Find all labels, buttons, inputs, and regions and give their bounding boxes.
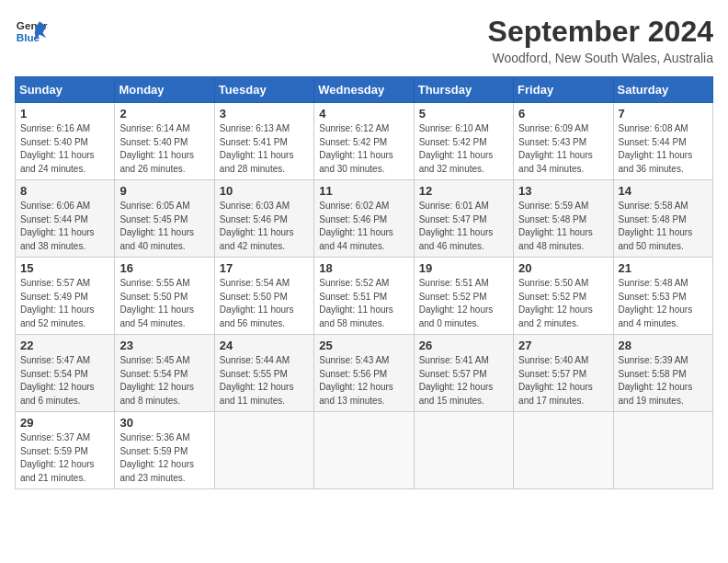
title-area: September 2024 Woodford, New South Wales… bbox=[488, 15, 713, 65]
table-row: 20 Sunrise: 5:50 AM Sunset: 5:52 PM Dayl… bbox=[514, 258, 613, 335]
table-row: 21 Sunrise: 5:48 AM Sunset: 5:53 PM Dayl… bbox=[613, 258, 712, 335]
table-row: 19 Sunrise: 5:51 AM Sunset: 5:52 PM Dayl… bbox=[414, 258, 513, 335]
col-monday: Monday bbox=[115, 77, 214, 103]
empty-cell bbox=[514, 412, 613, 489]
table-row: 25 Sunrise: 5:43 AM Sunset: 5:56 PM Dayl… bbox=[314, 335, 414, 412]
table-row: 2 Sunrise: 6:14 AM Sunset: 5:40 PM Dayli… bbox=[115, 103, 214, 180]
calendar-week: 8 Sunrise: 6:06 AM Sunset: 5:44 PM Dayli… bbox=[16, 180, 713, 258]
table-row: 5 Sunrise: 6:10 AM Sunset: 5:42 PM Dayli… bbox=[414, 103, 513, 180]
table-row: 7 Sunrise: 6:08 AM Sunset: 5:44 PM Dayli… bbox=[613, 103, 712, 180]
col-wednesday: Wednesday bbox=[314, 77, 414, 103]
col-friday: Friday bbox=[514, 77, 613, 103]
empty-cell bbox=[314, 412, 414, 489]
table-row: 6 Sunrise: 6:09 AM Sunset: 5:43 PM Dayli… bbox=[514, 103, 613, 180]
calendar-week: 1 Sunrise: 6:16 AM Sunset: 5:40 PM Dayli… bbox=[16, 103, 713, 180]
empty-cell bbox=[214, 412, 313, 489]
calendar-week: 22 Sunrise: 5:47 AM Sunset: 5:54 PM Dayl… bbox=[16, 335, 713, 412]
header-row: Sunday Monday Tuesday Wednesday Thursday… bbox=[16, 77, 713, 103]
empty-cell bbox=[613, 412, 712, 489]
table-row: 17 Sunrise: 5:54 AM Sunset: 5:50 PM Dayl… bbox=[214, 258, 313, 335]
table-row: 28 Sunrise: 5:39 AM Sunset: 5:58 PM Dayl… bbox=[613, 335, 712, 412]
table-row: 3 Sunrise: 6:13 AM Sunset: 5:41 PM Dayli… bbox=[214, 103, 313, 180]
table-row: 14 Sunrise: 5:58 AM Sunset: 5:48 PM Dayl… bbox=[613, 180, 712, 258]
table-row: 12 Sunrise: 6:01 AM Sunset: 5:47 PM Dayl… bbox=[414, 180, 513, 258]
table-row: 16 Sunrise: 5:55 AM Sunset: 5:50 PM Dayl… bbox=[115, 258, 214, 335]
table-row: 9 Sunrise: 6:05 AM Sunset: 5:45 PM Dayli… bbox=[115, 180, 214, 258]
table-row: 1 Sunrise: 6:16 AM Sunset: 5:40 PM Dayli… bbox=[16, 103, 115, 180]
logo-icon: General Blue bbox=[15, 15, 48, 48]
col-saturday: Saturday bbox=[613, 77, 712, 103]
col-sunday: Sunday bbox=[16, 77, 115, 103]
page-header: General Blue September 2024 Woodford, Ne… bbox=[15, 15, 713, 65]
table-row: 4 Sunrise: 6:12 AM Sunset: 5:42 PM Dayli… bbox=[314, 103, 414, 180]
table-row: 10 Sunrise: 6:03 AM Sunset: 5:46 PM Dayl… bbox=[214, 180, 313, 258]
empty-cell bbox=[414, 412, 513, 489]
logo: General Blue bbox=[15, 15, 48, 48]
calendar-title: September 2024 bbox=[488, 15, 713, 49]
table-row: 8 Sunrise: 6:06 AM Sunset: 5:44 PM Dayli… bbox=[16, 180, 115, 258]
calendar-week: 29 Sunrise: 5:37 AM Sunset: 5:59 PM Dayl… bbox=[16, 412, 713, 489]
calendar-week: 15 Sunrise: 5:57 AM Sunset: 5:49 PM Dayl… bbox=[16, 258, 713, 335]
table-row: 22 Sunrise: 5:47 AM Sunset: 5:54 PM Dayl… bbox=[16, 335, 115, 412]
table-row: 27 Sunrise: 5:40 AM Sunset: 5:57 PM Dayl… bbox=[514, 335, 613, 412]
table-row: 13 Sunrise: 5:59 AM Sunset: 5:48 PM Dayl… bbox=[514, 180, 613, 258]
table-row: 24 Sunrise: 5:44 AM Sunset: 5:55 PM Dayl… bbox=[214, 335, 313, 412]
col-thursday: Thursday bbox=[414, 77, 513, 103]
calendar-subtitle: Woodford, New South Wales, Australia bbox=[488, 51, 713, 65]
table-row: 11 Sunrise: 6:02 AM Sunset: 5:46 PM Dayl… bbox=[314, 180, 414, 258]
table-row: 30 Sunrise: 5:36 AM Sunset: 5:59 PM Dayl… bbox=[115, 412, 214, 489]
table-row: 23 Sunrise: 5:45 AM Sunset: 5:54 PM Dayl… bbox=[115, 335, 214, 412]
table-row: 18 Sunrise: 5:52 AM Sunset: 5:51 PM Dayl… bbox=[314, 258, 414, 335]
table-row: 26 Sunrise: 5:41 AM Sunset: 5:57 PM Dayl… bbox=[414, 335, 513, 412]
calendar-table: Sunday Monday Tuesday Wednesday Thursday… bbox=[15, 76, 713, 489]
table-row: 29 Sunrise: 5:37 AM Sunset: 5:59 PM Dayl… bbox=[16, 412, 115, 489]
col-tuesday: Tuesday bbox=[214, 77, 313, 103]
table-row: 15 Sunrise: 5:57 AM Sunset: 5:49 PM Dayl… bbox=[16, 258, 115, 335]
